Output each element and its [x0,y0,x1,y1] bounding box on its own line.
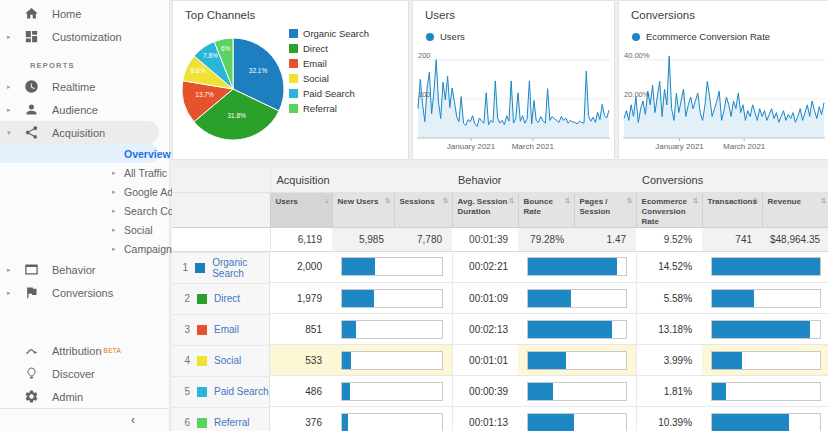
sidebar-item-behavior[interactable]: ▸Behavior [0,258,169,281]
column-header-bounce-rate[interactable]: Bounce Rate⇅ [518,192,574,227]
summary-cards: Top Channels 32.1%31.8%13.7%8.6%7.8%6% O… [172,0,828,160]
users-value: 486 [270,376,332,407]
sidebar-item-customization[interactable]: ▸Customization [0,25,169,48]
conversion-rate-bar [702,314,828,345]
sidebar-item-social[interactable]: ▸Social [0,220,169,239]
sort-icon: ⇅ [385,197,391,206]
conversion-rate-bar [702,345,828,376]
column-header-revenue[interactable]: Revenue⇅ [762,192,828,227]
column-header-ecommerce-conversion-rate[interactable]: Ecommerce Conversion Rate⇅ [636,192,702,227]
users-line-chart[interactable]: 200100January 2021March 2021 [417,47,610,155]
row-index: 5 [180,386,190,397]
ecommerce-conversion-rate-value: 3.99% [636,345,702,376]
sidebar-item-google-ads[interactable]: ▸Google Ads [0,182,169,201]
bar-box [711,320,821,339]
sidebar-item-campaigns[interactable]: ▸Campaigns [0,239,169,258]
analytics-dashboard: Home▸CustomizationREPORTS▸Realtime▸Audie… [0,0,828,431]
attribution-icon [23,343,39,359]
bar-fill [342,258,375,275]
chevron-right-icon: ▸ [0,83,14,91]
total-new-users: 5,985 [332,227,394,251]
legend-item-social: Social [289,71,369,86]
legend-item-paid-search: Paid Search [289,86,369,101]
legend-label: Paid Search [303,88,355,99]
bar-box [527,257,627,276]
sidebar-item-search-console[interactable]: ▸Search Console [0,201,169,220]
chevron-right-icon: ▸ [0,33,14,41]
channel-link[interactable]: Social [214,355,241,366]
channel-link[interactable]: Organic Search [212,257,269,279]
column-header-new-users[interactable]: New Users⇅ [332,192,394,227]
row-index: 1 [180,262,188,273]
sidebar-item-audience[interactable]: ▸Audience [0,98,169,121]
total-bounce-rate: 79.28% [518,227,574,251]
sidebar-item-overview[interactable]: Overview [0,144,159,163]
group-header-conversions: Conversions [636,168,828,192]
sort-icon: ⇅ [565,197,571,206]
sidebar-item-label: Realtime [52,81,95,93]
column-header-label: Transactions [708,197,757,206]
sidebar-item-attribution[interactable]: AttributionBETA [0,339,169,362]
bar-box [711,257,821,276]
sidebar-item-label: Behavior [52,264,95,276]
sidebar-item-home[interactable]: Home [0,2,169,25]
chevron-right-icon: ▸ [0,266,14,274]
bar-box [341,382,443,401]
legend-label: Direct [303,43,328,54]
column-header-transactions[interactable]: Transactions⇅ [702,192,762,227]
sidebar-collapse-button[interactable]: ‹ [0,408,169,431]
column-header-label: Revenue [768,197,801,206]
column-header-avg-session-duration[interactable]: Avg. Session Duration⇅ [452,192,518,227]
channel-link[interactable]: Email [214,324,239,335]
users-title: Users [425,9,455,21]
channel-swatch [197,325,207,335]
channel-link[interactable]: Referral [214,417,250,428]
legend-item-email: Email [289,56,369,71]
column-header-users[interactable]: Users↓ [270,192,332,227]
ecommerce-conversion-rate-value: 14.52% [636,251,702,283]
y-axis-tick: 20.00% [624,90,649,99]
session-duration-bar [518,251,636,283]
avg-session-duration-value: 00:01:13 [452,407,518,431]
bar-box [527,382,627,401]
bar-box [711,351,821,370]
channel-cell: 1Organic Search [172,252,270,283]
conversion-rate-bar [702,251,828,283]
bar-fill [712,383,726,400]
channel-cell: 2Direct [172,283,270,314]
total-sessions: 7,780 [394,227,452,251]
channel-link[interactable]: Direct [214,293,240,304]
channel-swatch [197,418,207,428]
avg-session-duration-value: 00:01:09 [452,283,518,314]
total-revenue: $48,964.35 [762,227,828,251]
behavior-icon [23,262,39,278]
channel-link[interactable]: Paid Search [214,386,268,397]
sidebar-item-realtime[interactable]: ▸Realtime [0,75,169,98]
top-channels-card: Top Channels 32.1%31.8%13.7%8.6%7.8%6% O… [172,0,409,160]
legend-label: Social [303,73,329,84]
y-axis-tick: 100 [418,90,431,99]
x-axis-tick: January 2021 [655,142,703,151]
sidebar-item-label: Acquisition [52,127,105,139]
legend-item-referral: Referral [289,101,369,116]
sidebar-item-label: All Traffic [124,167,167,179]
sidebar-item-admin[interactable]: Admin [0,385,169,408]
top-channels-pie-chart[interactable]: 32.1%31.8%13.7%8.6%7.8%6% [179,27,287,143]
y-axis-tick: 40.00% [624,51,649,60]
sidebar-item-all-traffic[interactable]: ▸All Traffic [0,163,169,182]
column-header-sessions[interactable]: Sessions⇅ [394,192,452,227]
sidebar-item-conversions[interactable]: ▸Conversions [0,281,169,304]
legend-swatch [289,104,298,113]
row-index: 3 [180,324,190,335]
column-header-label: New Users [338,197,379,206]
table-row-referral: 6Referral37600:01:1310.39% [172,407,828,431]
conversions-card: Conversions Ecommerce Conversion Rate 40… [618,0,828,160]
sidebar-item-acquisition[interactable]: ▾Acquisition [0,121,159,144]
column-header-pages-session[interactable]: Pages / Session⇅ [574,192,636,227]
conversions-line-chart[interactable]: 40.00%20.00%January 2021March 2021 [623,47,826,155]
sidebar-item-label: Audience [52,104,98,116]
sidebar-item-discover[interactable]: Discover [0,362,169,385]
total-avg-session-duration: 00:01:39 [452,227,518,251]
bar-fill [342,321,356,338]
x-axis-tick: January 2021 [447,142,495,151]
